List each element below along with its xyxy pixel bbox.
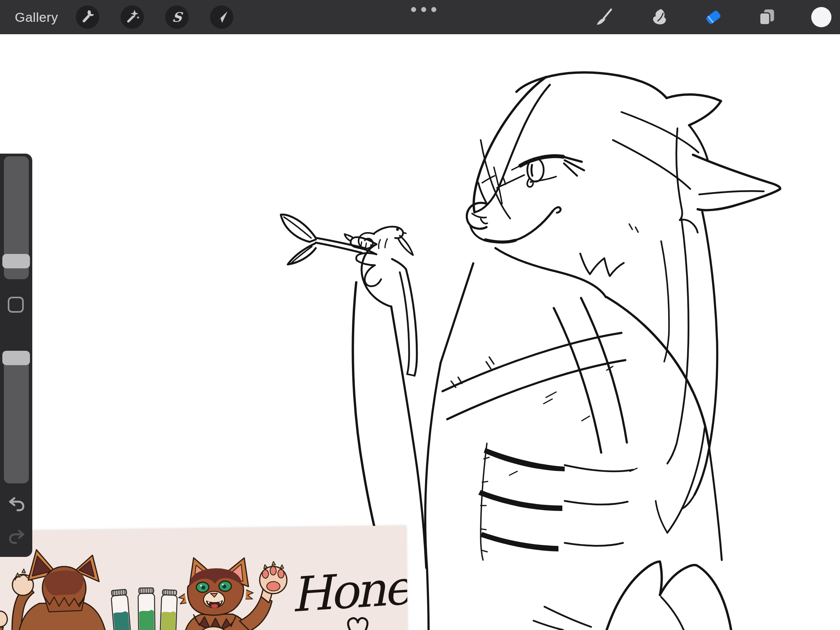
top-toolbar: Gallery S: [0, 0, 840, 34]
undo-button[interactable]: [8, 497, 25, 512]
opacity-slider[interactable]: [4, 351, 29, 483]
reference-left-character: [0, 549, 108, 630]
color-swatch-button[interactable]: [808, 4, 835, 30]
paint-tool-button[interactable]: [591, 4, 617, 30]
adjustments-button[interactable]: [121, 5, 144, 29]
eraser-icon: [702, 6, 724, 28]
brush-icon: [593, 7, 614, 28]
procreate-canvas-screen: { "window": {"width": 2160, "height": 16…: [0, 0, 840, 630]
wrench-icon: [79, 9, 96, 26]
jar-yellow-green: [160, 590, 178, 630]
selection-button[interactable]: S: [165, 5, 189, 29]
selection-s-icon: S: [172, 10, 182, 24]
transform-arrow-icon: [213, 9, 230, 26]
smudge-tool-button[interactable]: [646, 4, 672, 30]
opacity-slider-handle[interactable]: [2, 351, 30, 365]
layers-icon: [756, 7, 777, 28]
brush-size-slider-handle[interactable]: [2, 254, 30, 268]
gallery-button[interactable]: Gallery: [15, 0, 58, 34]
reference-right-character: [178, 556, 288, 630]
jar-green: [138, 588, 155, 630]
heart-doodle-icon: [348, 618, 368, 630]
more-ellipsis-icon: [411, 7, 416, 12]
more-options-button[interactable]: [411, 7, 436, 12]
smudge-icon: [648, 7, 669, 28]
magic-wand-icon: [124, 9, 141, 26]
reference-image[interactable]: Honey: [0, 525, 408, 630]
reference-caption-group: Honey: [289, 558, 408, 623]
more-ellipsis-icon: [421, 7, 426, 12]
jar-teal: [111, 589, 131, 630]
more-ellipsis-icon: [431, 7, 436, 12]
redo-button[interactable]: [8, 529, 25, 545]
modify-square-button[interactable]: [8, 297, 24, 313]
reference-jars: [111, 588, 178, 630]
layers-button[interactable]: [754, 4, 780, 30]
reference-caption: Honey: [289, 558, 408, 623]
transform-button[interactable]: [210, 5, 233, 29]
color-circle-icon: [811, 7, 831, 27]
sidebar: [0, 154, 32, 557]
actions-button[interactable]: [76, 5, 99, 29]
eraser-tool-button[interactable]: [700, 4, 726, 30]
